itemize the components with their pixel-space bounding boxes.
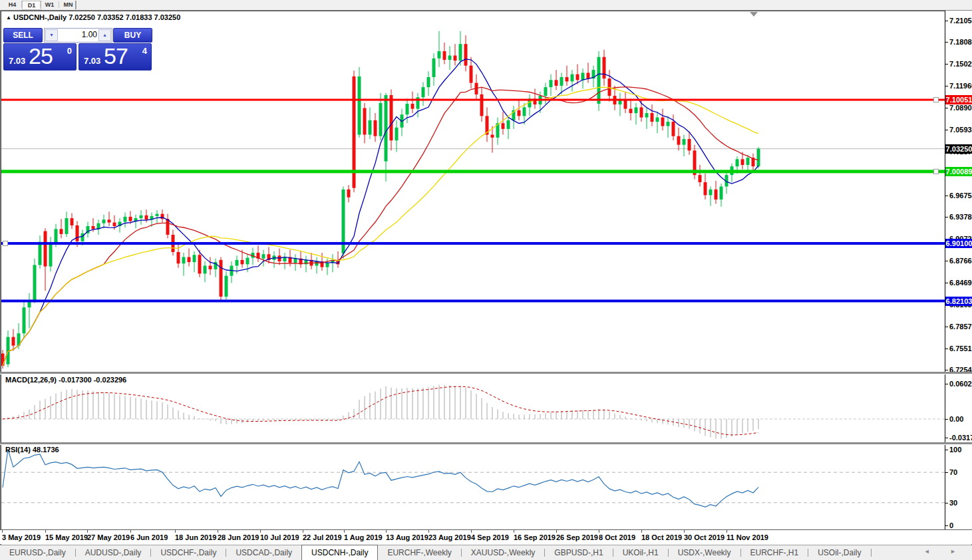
date-label: 10 Jul 2019 [260, 533, 299, 541]
price-tick-label: 6.75510 [949, 345, 972, 352]
candle-body [640, 107, 643, 117]
price-tick-mark [945, 108, 948, 108]
candle-body [736, 159, 739, 166]
candle-body [23, 307, 26, 333]
chart-shift-marker-icon[interactable] [750, 12, 758, 17]
candle-body [523, 107, 526, 116]
chart-tab-audusd-daily[interactable]: AUDUSD-,Daily [76, 545, 151, 560]
chart-tab-eurusd-daily[interactable]: EURUSD-,Daily [0, 545, 75, 560]
chart-tab-usdx-weekly[interactable]: USDX-,Weekly [669, 545, 740, 560]
date-label: 23 Aug 2019 [428, 533, 471, 541]
date-tick-mark [641, 530, 642, 533]
candle-body [715, 190, 718, 200]
line-handle[interactable] [3, 241, 8, 245]
horizontal-line-7.10051[interactable] [1, 99, 945, 101]
chart-tab-usdchf-daily[interactable]: USDCHF-,Daily [151, 545, 226, 560]
panel-separator-macd[interactable] [0, 372, 972, 374]
candle-body [358, 76, 361, 135]
timeframe-button-d1[interactable]: D1 [22, 1, 41, 10]
date-label: 13 Aug 2019 [386, 533, 428, 541]
candle-body [12, 337, 15, 346]
sell-button[interactable]: SELL [3, 28, 43, 43]
candle-body [198, 255, 202, 273]
timeframe-button-mn[interactable]: MN [59, 1, 77, 9]
candle-body [459, 44, 462, 61]
tab-scroll-arrows[interactable]: ◄ ► [924, 548, 965, 555]
timeframe-button-h4[interactable]: H4 [3, 1, 21, 9]
chart-tab-usdcad-daily[interactable]: USDCAD-,Daily [226, 545, 301, 560]
volume-decrease-icon[interactable]: ▼ [45, 29, 58, 41]
volume-increase-icon[interactable]: ▲ [98, 29, 111, 41]
date-label: 15 May 2019 [45, 533, 88, 541]
toolbar-separator [75, 1, 77, 9]
chart-tab-ukoil-h1[interactable]: UKOil-,H1 [613, 545, 668, 560]
candle-body [124, 217, 127, 222]
rsi-label: RSI(14) 48.1736 [5, 446, 59, 454]
chart-ohlc-values: 7.02250 7.03352 7.01833 7.03250 [69, 13, 180, 21]
date-label: 4 Sep 2019 [471, 533, 509, 541]
price-tick-label: 6.93780 [949, 213, 972, 221]
macd-indicator-chart[interactable] [1, 374, 945, 443]
candle-body [683, 139, 686, 145]
timeframe-toolbar: H4D1W1MN [0, 0, 972, 11]
date-tick-mark [684, 530, 685, 533]
candle-body [667, 122, 670, 126]
one-click-trading-panel: SELL ▼ 1.00 ▲ BUY 7.03 25 0 7.03 57 4 [3, 28, 152, 70]
price-badge-7.10051: 7.10051 [945, 95, 972, 104]
candle-body [757, 149, 760, 167]
candle-body [560, 77, 564, 86]
candle-body [369, 120, 372, 135]
price-tick-mark [945, 327, 948, 327]
rsi-tick-label: 70 [949, 468, 957, 476]
horizontal-line-6.901[interactable] [1, 242, 945, 245]
buy-price-button[interactable]: 7.03 57 4 [79, 43, 152, 70]
candle-body [236, 260, 239, 266]
price-tick-label: 7.05930 [949, 126, 972, 134]
price-badge-7.03250: 7.03250 [945, 144, 972, 154]
chart-tab-xauusd-weekly[interactable]: XAUUSD-,Weekly [462, 545, 544, 560]
price-tick-mark [945, 217, 948, 217]
candle-body [629, 109, 633, 113]
chart-tab-usoil-daily[interactable]: USOil-,Daily [808, 545, 870, 560]
price-tick-label: 7.08900 [949, 104, 972, 112]
chart-tab-bar: EURUSD-,DailyAUDUSD-,DailyUSDCHF-,DailyU… [0, 545, 972, 560]
sell-price-button[interactable]: 7.03 25 0 [3, 43, 77, 70]
date-tick-mark [2, 530, 3, 533]
price-badge-6.90100: 6.90100 [945, 239, 972, 248]
panel-separator-rsi[interactable] [0, 442, 972, 445]
macd-name: MACD(12,26,9) [5, 376, 57, 384]
candle-body [379, 103, 383, 136]
volume-input[interactable]: 1.00 [82, 30, 97, 39]
timeframe-button-w1[interactable]: W1 [41, 1, 59, 9]
chart-tab-eurchf-h1[interactable]: EURCHF-,H1 [741, 545, 808, 560]
rsi-tick-label: 0 [949, 521, 953, 529]
chart-tab-usdcnh-daily[interactable]: USDCNH-,Daily [301, 545, 378, 560]
candle-body [55, 229, 58, 243]
chart-tab-gbpusd-h1[interactable]: GBPUSD-,H1 [545, 545, 612, 560]
buy-price-prefix: 7.03 [84, 56, 100, 66]
rsi-indicator-chart[interactable] [1, 444, 945, 529]
candle-body [507, 120, 510, 129]
candle-body [746, 158, 750, 165]
candle-body [651, 113, 654, 122]
macd-values: -0.017300 -0.023296 [59, 376, 126, 384]
line-handle[interactable] [934, 169, 939, 174]
date-axis[interactable]: 3 May 201915 May 201927 May 20196 Jun 20… [0, 530, 972, 544]
horizontal-line-7.00089[interactable] [1, 170, 945, 173]
candle-body [108, 219, 111, 222]
candle-body [661, 118, 665, 126]
price-scale[interactable]: 7.210507.180807.150207.119607.089007.059… [945, 11, 972, 529]
rsi-line [3, 450, 758, 507]
chart-tab-eurchf-weekly[interactable]: EURCHF-,Weekly [378, 545, 460, 560]
buy-button[interactable]: BUY [113, 28, 152, 43]
sell-price-big: 25 [29, 43, 53, 69]
candle-body [33, 265, 37, 300]
candle-body [411, 104, 414, 109]
candle-body [60, 229, 63, 234]
horizontal-line-6.82103[interactable] [1, 300, 945, 303]
candle-body [699, 175, 702, 182]
candle-body [645, 113, 649, 117]
candle-body [241, 260, 244, 264]
date-label: 18 Oct 2019 [641, 533, 682, 541]
line-handle[interactable] [934, 98, 939, 102]
